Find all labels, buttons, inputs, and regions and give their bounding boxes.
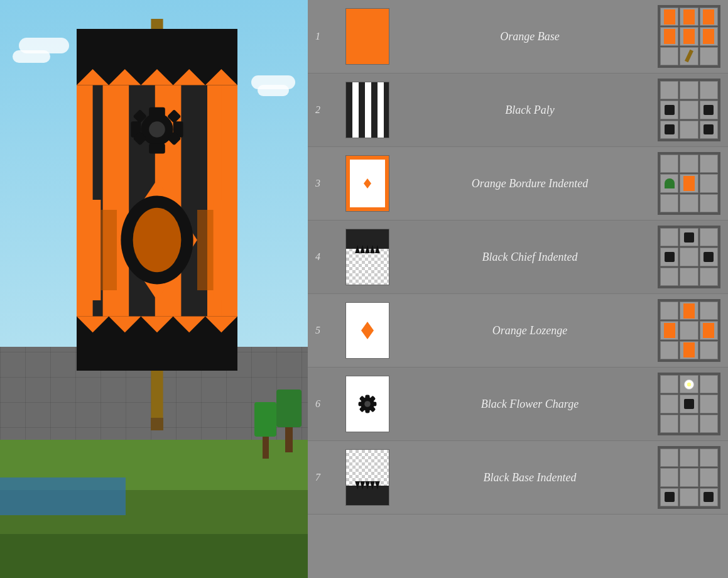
svg-rect-41 bbox=[371, 401, 376, 406]
recipe-3-grid bbox=[658, 152, 720, 215]
orange-dye-icon bbox=[683, 303, 695, 319]
grid-cell bbox=[660, 415, 678, 433]
coal-icon bbox=[665, 124, 675, 134]
recipe-3-banner-preview bbox=[345, 155, 389, 212]
grid-cell bbox=[680, 468, 698, 486]
grid-cell bbox=[700, 174, 718, 192]
orange-dye-icon bbox=[664, 29, 675, 44]
grid-cell bbox=[700, 468, 718, 486]
grid-cell bbox=[700, 81, 718, 99]
black-paly-preview bbox=[346, 82, 389, 138]
svg-rect-34 bbox=[197, 210, 214, 290]
svg-point-18 bbox=[133, 208, 182, 272]
coal-icon bbox=[684, 399, 694, 409]
recipe-1-banner-preview bbox=[345, 8, 389, 65]
banner-svg bbox=[57, 19, 258, 421]
step-4-number: 4 bbox=[315, 251, 333, 263]
orange-dye-icon bbox=[664, 9, 675, 25]
ground-darker bbox=[0, 534, 308, 578]
step-1-number: 1 bbox=[315, 31, 333, 42]
stick-icon bbox=[685, 50, 693, 63]
orange-dye-icon bbox=[664, 323, 675, 338]
grid-cell bbox=[700, 27, 718, 45]
recipe-row-3: 3 Orange Bordure Indented bbox=[308, 147, 728, 221]
grid-cell bbox=[680, 8, 698, 26]
grid-cell bbox=[700, 488, 718, 506]
svg-marker-46 bbox=[355, 481, 380, 489]
grid-cell bbox=[660, 47, 678, 65]
svg-rect-22 bbox=[149, 143, 165, 153]
grid-cell bbox=[700, 121, 718, 139]
grid-cell bbox=[700, 375, 718, 393]
recipe-5-grid bbox=[658, 299, 720, 362]
black-flower-preview bbox=[346, 376, 389, 432]
step-2-name: Black Paly bbox=[402, 104, 658, 117]
grid-cell bbox=[660, 27, 678, 45]
orange-lozenge-preview bbox=[346, 303, 389, 358]
grid-cell bbox=[680, 121, 698, 139]
step-2-number: 2 bbox=[315, 104, 333, 116]
step-7-name: Black Base Indented bbox=[402, 471, 658, 484]
step-5-number: 5 bbox=[315, 325, 333, 336]
recipe-1-grid bbox=[658, 5, 720, 68]
recipe-2-banner-preview bbox=[345, 82, 389, 138]
black-base-indented-preview bbox=[346, 450, 389, 505]
grid-cell bbox=[660, 228, 678, 246]
tree bbox=[276, 390, 302, 452]
orange-dye-icon bbox=[703, 323, 714, 338]
grid-cell bbox=[660, 341, 678, 359]
recipe-list: 1 Orange Base 2 Black Paly bbox=[308, 0, 728, 578]
grid-cell bbox=[660, 121, 678, 139]
grid-cell bbox=[660, 395, 678, 413]
svg-rect-40 bbox=[359, 401, 364, 406]
grid-cell bbox=[700, 228, 718, 246]
grid-cell bbox=[660, 155, 678, 173]
svg-rect-32 bbox=[214, 200, 237, 300]
svg-rect-31 bbox=[77, 200, 101, 300]
water bbox=[0, 477, 126, 515]
grid-cell bbox=[680, 375, 698, 393]
orange-dye-icon bbox=[683, 176, 695, 191]
svg-point-37 bbox=[364, 401, 371, 407]
grid-cell bbox=[680, 228, 698, 246]
orange-dye-icon bbox=[703, 9, 714, 25]
cloud bbox=[13, 50, 50, 63]
banner-preview-panel bbox=[0, 0, 308, 578]
recipe-4-grid bbox=[658, 226, 720, 288]
svg-point-20 bbox=[149, 121, 165, 138]
grid-cell bbox=[700, 321, 718, 339]
grid-cell bbox=[660, 321, 678, 339]
grid-cell bbox=[680, 395, 698, 413]
orange-dye-icon bbox=[703, 29, 714, 44]
grid-cell bbox=[660, 468, 678, 486]
grid-cell bbox=[700, 268, 718, 286]
grid-cell bbox=[660, 449, 678, 467]
grid-cell bbox=[660, 101, 678, 119]
orange-bordure-preview bbox=[346, 156, 389, 211]
grid-cell bbox=[680, 174, 698, 192]
coal-icon bbox=[665, 105, 675, 115]
grid-cell bbox=[700, 248, 718, 266]
recipe-5-banner-preview bbox=[345, 302, 389, 359]
recipe-6-banner-preview bbox=[345, 376, 389, 432]
recipe-2-grid bbox=[658, 79, 720, 141]
grid-cell bbox=[660, 174, 678, 192]
svg-rect-39 bbox=[365, 408, 369, 413]
banner-pole-base bbox=[151, 418, 163, 430]
grid-cell bbox=[660, 375, 678, 393]
grid-cell bbox=[700, 449, 718, 467]
coal-icon bbox=[704, 124, 714, 134]
step-5-name: Orange Lozenge bbox=[402, 324, 658, 337]
coal-icon bbox=[704, 492, 714, 502]
grid-cell bbox=[680, 194, 698, 212]
grid-cell bbox=[700, 341, 718, 359]
svg-rect-21 bbox=[149, 107, 165, 117]
recipe-row-2: 2 Black Paly bbox=[308, 74, 728, 147]
recipe-row-6: 6 Black Flower Charge bbox=[308, 368, 728, 441]
grid-cell bbox=[680, 302, 698, 320]
svg-rect-33 bbox=[101, 210, 117, 290]
grid-cell bbox=[680, 449, 698, 467]
step-4-name: Black Chief Indented bbox=[402, 251, 658, 264]
coal-icon bbox=[684, 232, 694, 243]
grid-cell bbox=[700, 194, 718, 212]
